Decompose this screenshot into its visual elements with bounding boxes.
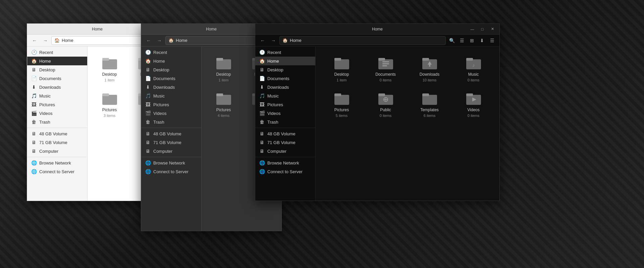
sidebar-network-win3[interactable]: 🌐 Browse Network xyxy=(255,158,315,167)
sidebar-videos-win1[interactable]: 🎬 Videos xyxy=(27,109,87,118)
location-bar-win3[interactable]: 🏠 Home xyxy=(279,36,446,45)
sidebar-48gb-win1[interactable]: 🖥 48 GB Volume xyxy=(27,129,87,138)
maximize-btn[interactable]: □ xyxy=(478,26,487,32)
sidebar-trash-win1[interactable]: 🗑 Trash xyxy=(27,118,87,126)
sidebar-desktop-win1[interactable]: 🖥 Desktop xyxy=(27,65,87,74)
sidebar-trash-win3[interactable]: 🗑 Trash xyxy=(255,118,315,126)
grid-view-btn[interactable]: ⊞ xyxy=(467,36,477,45)
sidebar-48gb-win3[interactable]: 🖥 48 GB Volume xyxy=(255,129,315,138)
file-name: Pictures xyxy=(102,108,117,112)
back-btn-win3[interactable]: ← xyxy=(258,36,267,45)
sidebar-network-win1[interactable]: 🌐 Browse Network xyxy=(27,158,87,167)
sidebar-server-win3[interactable]: 🌐 Connect to Server xyxy=(255,167,315,176)
file-item-music[interactable]: ♪ Music 0 items xyxy=(453,52,494,85)
file-item-desktop[interactable]: Desktop 1 item xyxy=(321,52,362,85)
list-view-btn[interactable]: ☰ xyxy=(457,36,467,45)
sidebar-server-win2[interactable]: 🌐 Connect to Server xyxy=(141,167,201,176)
toolbar-win3: ← → 🏠 Home 🔍 ☰ ⊞ ⬇ ☰ xyxy=(255,35,499,47)
back-btn-win2[interactable]: ← xyxy=(144,36,153,45)
sidebar-downloads-win1[interactable]: ⬇ Downloads xyxy=(27,83,87,91)
menu-btn[interactable]: ☰ xyxy=(487,36,497,45)
svg-rect-33 xyxy=(378,93,385,96)
sidebar-label: Recent xyxy=(153,50,167,55)
sidebar-desktop-win3[interactable]: 🖥 Desktop xyxy=(255,65,315,74)
forward-btn-win1[interactable]: → xyxy=(41,36,50,45)
folder-icon xyxy=(102,55,118,71)
sidebar-server-win1[interactable]: 🌐 Connect to Server xyxy=(27,167,87,176)
back-btn-win1[interactable]: ← xyxy=(30,36,39,45)
file-item-documents[interactable]: Documents 0 items xyxy=(365,52,406,85)
sidebar-71gb-win3[interactable]: 🖥 71 GB Volume xyxy=(255,138,315,147)
svg-rect-4 xyxy=(102,95,117,105)
sidebar-pictures-win3[interactable]: 🖼 Pictures xyxy=(255,100,315,109)
file-name: Downloads xyxy=(420,72,439,77)
sidebar-documents-win2[interactable]: 📄 Documents xyxy=(141,74,201,83)
svg-rect-26 xyxy=(429,65,430,67)
search-btn-win3[interactable]: 🔍 xyxy=(447,36,457,45)
volume48-icon-win3: 🖥 xyxy=(259,131,265,136)
music-icon-win2: 🎵 xyxy=(145,93,151,98)
sidebar-computer-win1[interactable]: 🖥 Computer xyxy=(27,147,87,155)
sidebar-network-win2[interactable]: 🌐 Browse Network xyxy=(141,158,201,167)
volume48-icon-win2: 🖥 xyxy=(145,131,151,136)
sidebar-label: Connect to Server xyxy=(267,169,303,174)
server-icon-win1: 🌐 xyxy=(31,169,37,174)
server-icon-win2: 🌐 xyxy=(145,169,151,174)
file-item[interactable]: Desktop 1 item xyxy=(93,52,126,85)
forward-btn-win2[interactable]: → xyxy=(155,36,164,45)
sidebar-pictures-win2[interactable]: 🖼 Pictures xyxy=(141,100,201,109)
sidebar-trash-win2[interactable]: 🗑 Trash xyxy=(141,118,201,126)
sidebar-home-win1[interactable]: 🏠 Home xyxy=(27,57,87,65)
home-icon-win1: 🏠 xyxy=(54,38,60,43)
divider-win1 xyxy=(27,128,87,128)
sidebar-label: Home xyxy=(39,59,51,64)
home-icon-sb-win1: 🏠 xyxy=(31,58,37,64)
sidebar-label: Trash xyxy=(39,120,50,125)
downloads-icon-win2: ⬇ xyxy=(145,84,151,90)
sidebar-label: Connect to Server xyxy=(153,169,189,174)
sidebar-home-win3[interactable]: 🏠 Home xyxy=(255,57,315,65)
file-item[interactable]: Pictures 4 items xyxy=(207,87,240,120)
file-item-downloads[interactable]: Downloads 10 items xyxy=(409,52,450,85)
sidebar-videos-win2[interactable]: 🎬 Videos xyxy=(141,109,201,118)
sidebar-71gb-win1[interactable]: 🖥 71 GB Volume xyxy=(27,138,87,147)
file-name: Pictures xyxy=(334,108,349,112)
home-icon-win2: 🏠 xyxy=(168,38,174,43)
sidebar-computer-win2[interactable]: 🖥 Computer xyxy=(141,147,201,155)
sidebar-pictures-win1[interactable]: 🖼 Pictures xyxy=(27,100,87,109)
file-grid-win3: Desktop 1 item xyxy=(321,52,494,120)
sidebar-desktop-win2[interactable]: 🖥 Desktop xyxy=(141,65,201,74)
file-item[interactable]: Desktop 1 item xyxy=(207,52,240,85)
sidebar-label: 71 GB Volume xyxy=(267,140,296,145)
sort-btn[interactable]: ⬇ xyxy=(477,36,487,45)
sidebar-music-win2[interactable]: 🎵 Music xyxy=(141,91,201,100)
sidebar-recent-win3[interactable]: 🕐 Recent xyxy=(255,48,315,57)
close-btn[interactable]: ✕ xyxy=(488,26,497,32)
sidebar-recent-win2[interactable]: 🕐 Recent xyxy=(141,48,201,57)
forward-btn-win3[interactable]: → xyxy=(269,36,278,45)
sidebar-downloads-win2[interactable]: ⬇ Downloads xyxy=(141,83,201,91)
sidebar-downloads-win3[interactable]: ⬇ Downloads xyxy=(255,83,315,91)
file-item-public[interactable]: Public 0 items xyxy=(365,87,406,120)
minimize-btn[interactable]: — xyxy=(468,26,477,32)
sidebar-recent-win1[interactable]: 🕐 Recent xyxy=(27,48,87,57)
sidebar-videos-win3[interactable]: 🎬 Videos xyxy=(255,109,315,118)
sidebar-71gb-win2[interactable]: 🖥 71 GB Volume xyxy=(141,138,201,147)
divider2-win1 xyxy=(27,157,87,157)
file-item-templates[interactable]: Templates 6 items xyxy=(409,87,450,120)
computer-icon-win2: 🖥 xyxy=(145,148,151,154)
sidebar-music-win3[interactable]: 🎵 Music xyxy=(255,91,315,100)
file-item[interactable]: Pictures 3 items xyxy=(93,87,126,120)
sidebar-music-win1[interactable]: 🎵 Music xyxy=(27,91,87,100)
file-item-videos[interactable]: Videos 0 items xyxy=(453,87,494,120)
file-item-pictures[interactable]: Pictures 5 items xyxy=(321,87,362,120)
sidebar-computer-win3[interactable]: 🖥 Computer xyxy=(255,147,315,155)
sidebar-documents-win1[interactable]: 📄 Documents xyxy=(27,74,87,83)
sidebar-label: Desktop xyxy=(39,67,55,72)
sidebar-label: Music xyxy=(153,93,165,98)
sidebar-documents-win3[interactable]: 📄 Documents xyxy=(255,74,315,83)
sidebar-home-win2[interactable]: 🏠 Home xyxy=(141,57,201,65)
sidebar-48gb-win2[interactable]: 🖥 48 GB Volume xyxy=(141,129,201,138)
svg-rect-19 xyxy=(378,58,385,61)
sidebar-label: Pictures xyxy=(153,102,169,107)
